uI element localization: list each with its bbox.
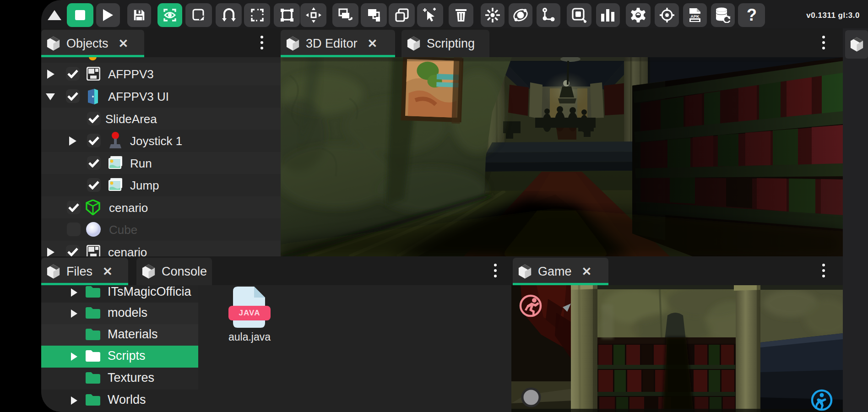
svg-text:?: ? [747,7,757,23]
svg-text:APK: APK [690,14,700,19]
